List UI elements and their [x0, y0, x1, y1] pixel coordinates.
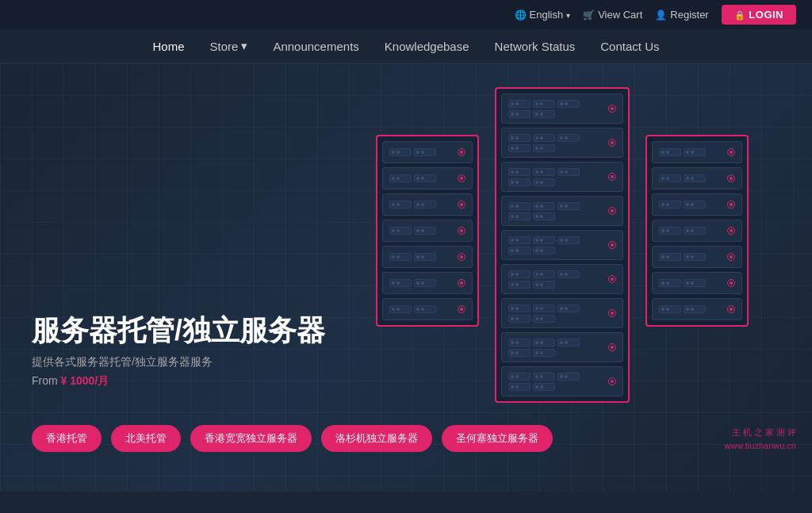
lock-icon	[734, 9, 746, 21]
rack-center	[495, 87, 630, 403]
server-unit	[382, 298, 473, 320]
nav-knowledgebase-label: Knowledgebase	[385, 40, 469, 53]
server-unit-big	[501, 332, 623, 362]
server-unit	[652, 167, 742, 190]
rack-right	[645, 135, 749, 327]
nav-store-label: Store	[210, 40, 239, 53]
server-unit	[652, 141, 742, 163]
server-unit-big	[501, 94, 623, 124]
server-unit	[652, 246, 742, 268]
server-unit	[382, 141, 473, 163]
btn-la-dedicated[interactable]: 洛杉机独立服务器	[321, 425, 432, 452]
btn-sj-dedicated[interactable]: 圣何塞独立服务器	[442, 425, 553, 452]
nav-store[interactable]: Store ▾	[210, 39, 248, 53]
btn-hk-dedicated[interactable]: 香港宽宽独立服务器	[190, 425, 312, 452]
watermark-line1: 主 机 之 家 测 评	[725, 426, 797, 439]
hero-title: 服务器托管/独立服务器	[32, 313, 325, 347]
server-unit-big	[501, 196, 623, 226]
hero-subtitle: 提供各式服务器托管/独立服务器服务	[32, 355, 325, 369]
nav-contact-us[interactable]: Contact Us	[600, 40, 659, 53]
nav-knowledgebase[interactable]: Knowledgebase	[385, 40, 469, 53]
cart-icon	[583, 9, 595, 21]
server-unit	[382, 193, 473, 216]
hero-text: 服务器托管/独立服务器 提供各式服务器托管/独立服务器服务 From ¥ 100…	[32, 313, 325, 389]
price-value: ¥ 1000/月	[61, 374, 109, 387]
server-unit	[652, 298, 742, 320]
server-unit	[382, 246, 473, 268]
nav-contact-us-label: Contact Us	[600, 40, 659, 53]
nav-announcements-label: Announcements	[273, 40, 358, 53]
top-bar: English View Cart Register LOGIN	[0, 0, 812, 29]
language-chevron	[566, 9, 570, 21]
nav-home[interactable]: Home	[153, 40, 185, 53]
server-unit	[652, 193, 742, 216]
hero-price: From ¥ 1000/月	[32, 374, 325, 389]
nav-network-status-label: Network Status	[495, 40, 576, 53]
language-selector[interactable]: English	[515, 9, 571, 21]
user-icon	[655, 9, 667, 21]
rack-left	[376, 135, 479, 327]
server-unit-big	[501, 128, 623, 158]
nav-bar: Home Store ▾ Announcements Knowledgebase…	[0, 29, 812, 63]
view-cart-link[interactable]: View Cart	[583, 9, 642, 21]
server-unit-big	[501, 366, 623, 396]
server-unit	[382, 272, 473, 294]
view-cart-label: View Cart	[598, 9, 642, 21]
btn-na-hosting[interactable]: 北美托管	[111, 425, 181, 452]
nav-announcements[interactable]: Announcements	[273, 40, 358, 53]
nav-home-label: Home	[153, 40, 185, 53]
language-label: English	[530, 9, 564, 21]
watermark-line2: www.tiuzhanwu.cn	[725, 439, 797, 453]
server-unit-big	[501, 264, 623, 294]
server-unit	[382, 220, 473, 242]
server-unit-big	[501, 162, 623, 192]
server-unit-big	[501, 298, 623, 328]
server-unit-big	[501, 230, 623, 260]
hero-section: 服务器托管/独立服务器 提供各式服务器托管/独立服务器服务 From ¥ 100…	[0, 63, 812, 492]
login-button[interactable]: LOGIN	[722, 5, 796, 25]
watermark: 主 机 之 家 测 评 www.tiuzhanwu.cn	[725, 426, 797, 452]
category-buttons: 香港托管 北美托管 香港宽宽独立服务器 洛杉机独立服务器 圣何塞独立服务器	[32, 425, 553, 452]
register-link[interactable]: Register	[655, 9, 708, 21]
racks-container	[376, 87, 749, 403]
globe-icon	[515, 9, 527, 21]
register-label: Register	[670, 9, 708, 21]
server-unit	[652, 272, 742, 294]
nav-store-chevron: ▾	[241, 39, 247, 53]
server-unit	[652, 220, 742, 242]
login-label: LOGIN	[749, 9, 783, 21]
btn-hk-hosting[interactable]: 香港托管	[32, 425, 102, 452]
nav-network-status[interactable]: Network Status	[495, 40, 576, 53]
server-unit	[382, 167, 473, 190]
